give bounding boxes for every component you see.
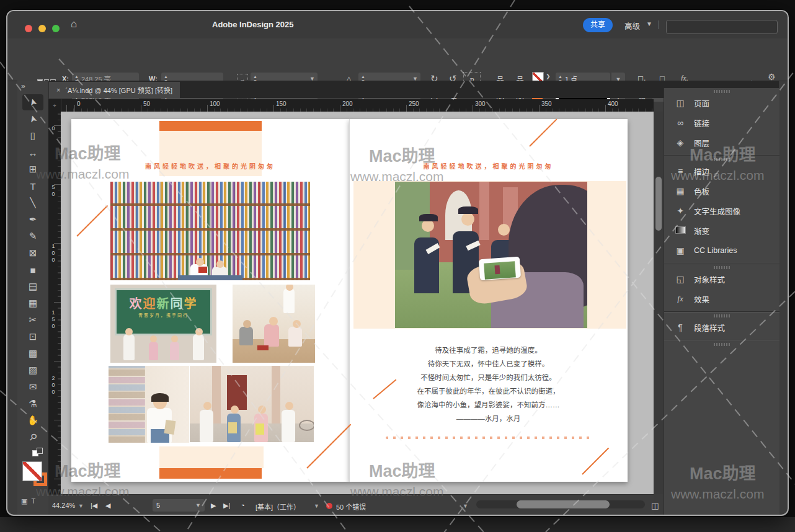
free-transform-tool[interactable]: ⊡ — [22, 329, 43, 345]
workspace-switcher[interactable]: 高级 — [624, 20, 640, 32]
control-panel: X: ▲▼248.25 毫 Y: ▲▼261.75 毫 W: ▲▼ H: ▲▼ … — [7, 38, 788, 81]
scissors-tool[interactable]: ✂ — [22, 312, 43, 328]
note-tool[interactable]: ✉ — [22, 379, 43, 395]
photo-classroom[interactable] — [233, 285, 315, 363]
formatting-affects-container-icon[interactable]: ▣ — [21, 497, 27, 505]
share-button[interactable]: 共享 — [583, 18, 613, 32]
poem-line: 在不属于彼此的年华，在彼此不认识的街道， — [349, 384, 628, 398]
layers-icon: ◈ — [674, 138, 686, 148]
screenshot-root: ⌂ Adobe InDesign 2025 共享 高级 ▼ | X: ▲▼248… — [0, 0, 795, 532]
close-icon[interactable]: × — [56, 86, 60, 94]
spread-view-icon[interactable]: ◫ — [651, 501, 659, 510]
ruler-tick-label: 200 — [50, 375, 56, 396]
preflight-icon[interactable]: ◔ — [241, 502, 245, 509]
content-collector-tool[interactable]: ⊞ — [22, 161, 43, 177]
panel-item-渐变[interactable]: 渐变 — [664, 221, 779, 241]
vertical-scrollbar[interactable] — [654, 112, 663, 494]
direct-selection-tool[interactable]: ➤ — [22, 111, 43, 127]
stroke-icon: ≡ — [674, 166, 686, 176]
expand-panel-icon[interactable]: » — [21, 82, 25, 91]
panel-item-描边[interactable]: ≡描边 — [664, 161, 779, 181]
panel-item-段落样式[interactable]: ¶段落样式 — [664, 317, 779, 337]
fill-color-swatch[interactable] — [22, 461, 42, 481]
panel-drag-handle[interactable] — [714, 343, 730, 346]
orange-bar-bottom[interactable] — [159, 468, 262, 479]
hand-tool[interactable]: ✋ — [22, 412, 43, 428]
gradient-feather-tool[interactable]: ▨ — [22, 362, 43, 378]
eyedropper-tool[interactable]: ⚗ — [22, 396, 43, 412]
horizontal-scrollbar[interactable] — [476, 500, 645, 508]
document-tab[interactable]: × ´A¼.indd @ 44% [GPU 预览] [转换] — [49, 82, 180, 98]
orange-bar-top[interactable] — [159, 121, 262, 131]
horizontal-ruler[interactable]: 050100150200250300350400 — [48, 99, 654, 112]
panel-item-效果[interactable]: fx效果 — [664, 289, 779, 309]
photo-library-girl[interactable] — [109, 366, 189, 443]
panel-item-CC Libraries[interactable]: ▣CC Libraries — [664, 241, 779, 260]
panel-divider — [664, 155, 779, 156]
panel-item-文字生成图像[interactable]: ✦文字生成图像 — [664, 201, 779, 221]
error-count[interactable]: 50 个错误 — [336, 502, 366, 512]
line-tool[interactable]: ╲ — [22, 195, 43, 211]
fill-arrow-icon[interactable]: ❯ — [546, 73, 551, 79]
type-tool[interactable]: T — [22, 178, 43, 194]
close-window-button[interactable] — [25, 25, 32, 32]
panel-item-色板[interactable]: ▦色板 — [664, 181, 779, 201]
panel-divider — [664, 311, 779, 313]
page-number-field[interactable]: 5▼ — [153, 499, 205, 512]
chevron-down-icon: ▼ — [646, 20, 652, 27]
status-bar: 44.24% ▼ |◀ ◀ 5▼ ▶ ▶| ◔ [基本]（工作） ▼ 50 个错… — [48, 494, 654, 516]
horizontal-scrollbar-thumb[interactable] — [517, 500, 610, 508]
formatting-affects-text-icon[interactable]: T — [31, 497, 35, 505]
poem-line: 待及往事成了霜，追寻她的温度。 — [349, 344, 628, 357]
ruler-tick-label: 100 — [50, 243, 56, 264]
first-page-button[interactable]: |◀ — [91, 502, 97, 510]
page-spine — [349, 119, 350, 482]
next-page-button[interactable]: ▶ — [211, 502, 216, 510]
photo-outdoor-students[interactable] — [190, 366, 314, 442]
pencil-tool[interactable]: ✎ — [22, 228, 43, 244]
gap-tool[interactable]: ↔ — [22, 144, 43, 161]
swap-fill-stroke-icon[interactable] — [32, 448, 46, 456]
rectangle-tool[interactable]: ■ — [22, 262, 43, 278]
zoom-level[interactable]: 44.24% — [52, 502, 75, 509]
text-to-image-icon: ✦ — [674, 206, 686, 216]
selection-tool[interactable]: ➤ — [22, 94, 43, 110]
zoom-tool[interactable]: ⚲ — [22, 429, 43, 445]
last-page-button[interactable]: ▶| — [223, 502, 230, 510]
minimize-window-button[interactable] — [38, 25, 46, 32]
photo-graduation[interactable] — [395, 182, 587, 328]
panel-item-链接[interactable]: ∞链接 — [664, 113, 779, 133]
pen-tool[interactable]: ✒ — [22, 211, 43, 228]
preflight-preset[interactable]: [基本]（工作） — [255, 502, 300, 512]
paragraph-styles-icon: ¶ — [674, 322, 686, 332]
ruler-tick-label: 350 — [541, 100, 552, 107]
photo-library[interactable] — [110, 182, 310, 280]
frame-tool[interactable]: ⊠ — [22, 245, 43, 261]
canvas[interactable]: 南风轻轻地吹送，相聚的光阴匆匆 欢迎新同学 青葱岁月，携手同行 — [61, 112, 654, 494]
panel-item-页面[interactable]: ◫页面 — [664, 93, 779, 113]
headline-left[interactable]: 南风轻轻地吹送，相聚的光阴匆匆 — [71, 161, 349, 171]
blackboard-title: 欢迎新同学 — [117, 294, 210, 312]
search-input[interactable] — [666, 20, 778, 34]
peach-block-bottom[interactable] — [159, 446, 264, 468]
horizontal-type-grid-tool[interactable]: ▤ — [22, 278, 43, 295]
chevron-down-icon[interactable]: ▼ — [463, 503, 468, 509]
home-icon[interactable]: ⌂ — [71, 18, 77, 30]
object-styles-icon: ◱ — [674, 274, 686, 284]
vertical-scrollbar-thumb[interactable] — [655, 177, 662, 231]
maximize-window-button[interactable] — [52, 25, 60, 32]
page-tool[interactable]: ▯ — [22, 128, 43, 144]
gradient-swatch-tool[interactable]: ▩ — [22, 345, 43, 361]
vertical-ruler[interactable]: 050100150200 — [48, 112, 61, 494]
panel-item-对象样式[interactable]: ◱对象样式 — [664, 269, 779, 289]
photo-blackboard[interactable]: 欢迎新同学 青葱岁月，携手同行 — [110, 285, 216, 363]
ruler-tick-label: 100 — [210, 100, 220, 107]
panel-divider — [664, 263, 779, 264]
vertical-type-grid-tool[interactable]: ▦ — [22, 295, 43, 311]
previous-page-button[interactable]: ◀ — [105, 502, 110, 510]
ruler-origin[interactable]: ⌖ — [48, 99, 61, 112]
ruler-tick-label: 300 — [475, 100, 486, 107]
headline-right[interactable]: 南风轻轻地吹送，相聚的光阴匆匆 — [349, 161, 628, 171]
panel-item-图层[interactable]: ◈图层 — [664, 133, 779, 153]
ruler-tick-label: 50 — [50, 184, 56, 198]
